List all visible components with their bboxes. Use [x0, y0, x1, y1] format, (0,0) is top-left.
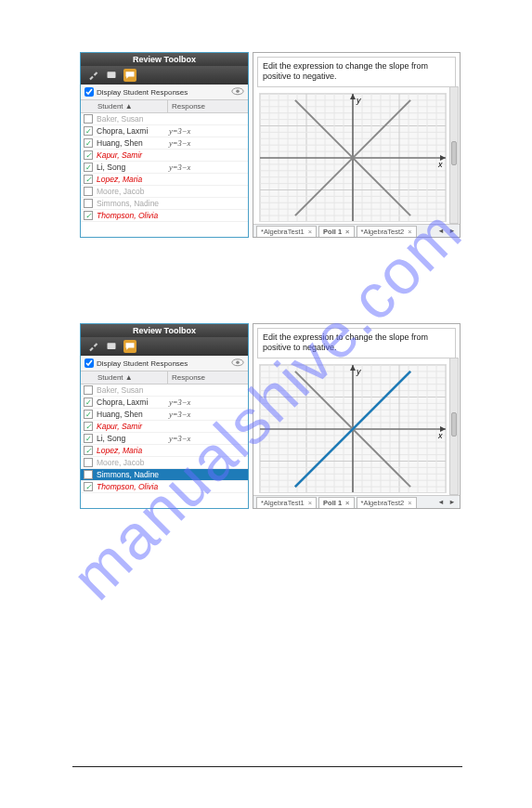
table-row[interactable]: Huang, Sheny=3−x	[81, 137, 248, 150]
tab[interactable]: *AlgebraTest2×	[357, 226, 417, 237]
student-response: y=3−x	[169, 163, 245, 172]
table-row[interactable]: Moore, Jacob	[81, 186, 248, 198]
toolbox-title: Review Toolbox	[81, 324, 248, 337]
student-name: Li, Song	[97, 163, 169, 172]
row-checkbox[interactable]	[84, 126, 93, 136]
tools-icon[interactable]	[86, 69, 99, 82]
student-name: Thompson, Olivia	[97, 211, 169, 220]
tab[interactable]: *AlgebraTest1×	[256, 226, 317, 237]
table-row[interactable]: Baker, Susan	[81, 384, 248, 397]
row-checkbox[interactable]	[84, 422, 93, 431]
student-name: Lopez, Maria	[97, 175, 169, 184]
tab[interactable]: Poll 1×	[318, 226, 354, 237]
display-bar: Display Student Responses	[81, 85, 248, 100]
nav-prev-icon[interactable]: ◄	[436, 498, 446, 507]
nav-next-icon[interactable]: ►	[448, 498, 457, 507]
display-bar: Display Student Responses	[81, 356, 248, 371]
toolbox-iconbar	[81, 337, 248, 356]
prompt-text: Edit the expression to change the slope …	[257, 328, 456, 358]
row-checkbox[interactable]	[84, 175, 93, 184]
table-row[interactable]: Kapur, Samir	[81, 421, 248, 433]
row-checkbox[interactable]	[84, 446, 93, 455]
close-icon[interactable]: ×	[308, 499, 312, 507]
chat-icon[interactable]	[123, 69, 136, 82]
scrollbar[interactable]	[449, 86, 459, 224]
table-row[interactable]: Kapur, Samir	[81, 150, 248, 162]
table-row[interactable]: Baker, Susan	[81, 113, 248, 125]
table-row[interactable]: Li, Songy=3−x	[81, 162, 248, 174]
close-icon[interactable]: ×	[345, 228, 349, 236]
display-checkbox[interactable]	[84, 358, 94, 368]
svg-point-53	[236, 361, 240, 365]
display-checkbox[interactable]	[84, 87, 94, 97]
row-checkbox[interactable]	[84, 138, 93, 148]
svg-point-2	[236, 90, 240, 94]
scrollbar[interactable]	[449, 358, 459, 495]
card-icon[interactable]	[105, 340, 118, 353]
close-icon[interactable]: ×	[345, 499, 349, 507]
chat-icon[interactable]	[123, 340, 136, 353]
toolbox-iconbar	[81, 66, 248, 85]
student-name: Baker, Susan	[97, 385, 169, 395]
student-name: Moore, Jacob	[97, 458, 169, 467]
row-checkbox[interactable]	[84, 199, 93, 208]
row-checkbox[interactable]	[84, 163, 93, 172]
card-icon[interactable]	[105, 69, 118, 82]
row-checkbox[interactable]	[84, 385, 93, 395]
row-checkbox[interactable]	[84, 470, 93, 479]
svg-text:x: x	[437, 431, 443, 440]
plot-area[interactable]: xy	[259, 364, 447, 494]
eye-icon[interactable]	[231, 358, 244, 369]
graph-pane: Edit the expression to change the slope …	[253, 323, 461, 509]
student-name: Simmons, Nadine	[97, 199, 169, 208]
row-checkbox[interactable]	[84, 410, 93, 419]
tab[interactable]: *AlgebraTest2×	[357, 497, 417, 508]
student-name: Lopez, Maria	[97, 446, 169, 455]
table-row[interactable]: Simmons, Nadine	[81, 198, 248, 210]
row-checkbox[interactable]	[84, 434, 93, 443]
student-response: y=3−x	[169, 434, 245, 443]
student-name: Huang, Shen	[97, 138, 169, 148]
row-checkbox[interactable]	[84, 187, 93, 196]
panel-1: Review Toolbox Display Student Responses…	[80, 52, 461, 238]
plot-area[interactable]: xy	[259, 93, 447, 223]
row-checkbox[interactable]	[84, 482, 93, 491]
svg-rect-0	[108, 72, 116, 78]
table-header: Student ▲ Response	[81, 371, 248, 384]
table-row[interactable]: Lopez, Maria	[81, 174, 248, 186]
tab[interactable]: *AlgebraTest1×	[256, 497, 317, 508]
student-response: y=3−x	[169, 138, 245, 148]
col-response[interactable]: Response	[168, 371, 248, 384]
col-student[interactable]: Student ▲	[81, 100, 168, 112]
table-row[interactable]: Li, Songy=3−x	[81, 433, 248, 445]
student-name: Moore, Jacob	[97, 187, 169, 196]
close-icon[interactable]: ×	[408, 499, 411, 507]
col-response[interactable]: Response	[168, 100, 248, 112]
table-row[interactable]: Lopez, Maria	[81, 445, 248, 457]
table-row[interactable]: Thompson, Olivia	[81, 481, 248, 493]
row-checkbox[interactable]	[84, 211, 93, 220]
svg-rect-51	[108, 343, 116, 349]
nav-next-icon[interactable]: ►	[448, 227, 457, 236]
table-row[interactable]: Thompson, Olivia	[81, 210, 248, 222]
tab[interactable]: Poll 1×	[318, 497, 354, 508]
eye-icon[interactable]	[231, 86, 244, 98]
student-name: Thompson, Olivia	[97, 482, 169, 491]
col-student[interactable]: Student ▲	[81, 371, 168, 384]
table-row[interactable]: Huang, Sheny=3−x	[81, 409, 248, 421]
table-row[interactable]: Simmons, Nadine	[81, 469, 248, 481]
row-checkbox[interactable]	[84, 150, 93, 160]
table-row[interactable]: Chopra, Laxmiy=3−x	[81, 397, 248, 409]
row-checkbox[interactable]	[84, 397, 93, 407]
nav-prev-icon[interactable]: ◄	[436, 227, 446, 236]
tools-icon[interactable]	[86, 340, 99, 353]
student-name: Li, Song	[97, 434, 169, 443]
table-row[interactable]: Moore, Jacob	[81, 457, 248, 469]
row-checkbox[interactable]	[84, 458, 93, 467]
table-row[interactable]: Chopra, Laxmiy=3−x	[81, 125, 248, 137]
row-checkbox[interactable]	[84, 114, 93, 124]
close-icon[interactable]: ×	[408, 228, 411, 236]
student-response: y=3−x	[169, 410, 245, 419]
svg-text:y: y	[356, 96, 361, 105]
close-icon[interactable]: ×	[308, 228, 312, 236]
